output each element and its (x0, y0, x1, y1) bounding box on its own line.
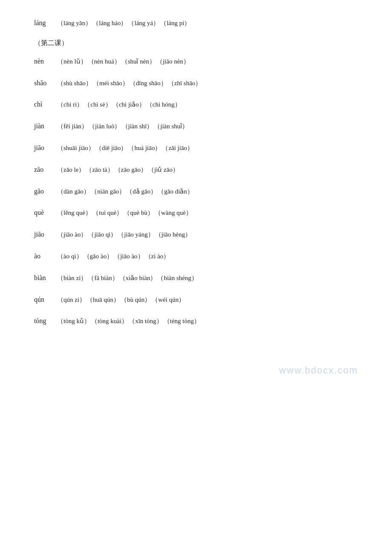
compound-item: （shuǐ nèn） (121, 56, 156, 67)
compound-item: （tòng kǔ） (57, 315, 90, 327)
compound-item: （diē jiāo） (95, 142, 127, 154)
compound-item: （nèn lǔ） (57, 56, 87, 67)
compound-item: （láng pí） (160, 17, 190, 29)
vocab-line: ào（ào qì） （gāo ào） （jiāo ào） （zì ào） (34, 250, 366, 263)
compound-item: （xiǎo biàn） (119, 272, 157, 284)
vocab-line: qún（qún zi） （huā qún） （bù qún） （wéi qún） (34, 294, 366, 306)
compound-item: （jiāo yáng） (118, 229, 154, 240)
compound-item: （dǎ gāo） (126, 186, 157, 197)
compounds-group: （shuāi jiāo） （diē jiāo） （huá jiāo） （zāi … (57, 142, 194, 154)
watermark-text: www.bdocx.com (279, 365, 358, 376)
compounds-group: （jiāo ào） （jiāo qì） （jiāo yáng） （jiāo hè… (57, 229, 192, 240)
compound-item: （shuāi jiāo） (57, 142, 95, 154)
main-word: nèn (34, 55, 55, 68)
vocab-line: jiàn（fēi jiàn） （jiàn luò） （jiàn shī） （ji… (34, 120, 366, 133)
compound-item: （chì jiǎo） (112, 99, 145, 110)
main-word: tòng (34, 315, 55, 327)
compound-item: （wàng què） (155, 207, 192, 219)
compound-item: （chì hóng） (146, 99, 181, 110)
compounds-group: （ào qì） （gāo ào） （jiāo ào） （zì ào） (57, 251, 170, 262)
compound-item: （wéi qún） (152, 294, 185, 306)
vocab-line: chì（chì rì） （chì sè） （chì jiǎo） （chì hón… (34, 98, 366, 111)
compound-item: （dàn gāo） (57, 186, 90, 197)
compound-item: （jiāo hèng） (155, 229, 191, 240)
compound-item: （ào qì） (57, 251, 83, 262)
compound-item: （gāo diǎn） (158, 186, 193, 197)
compound-item: （láng yá） (128, 17, 159, 29)
compound-item: （dīng shāo） (130, 78, 167, 89)
main-content: láng（láng yān） （láng háo） （láng yá） （lán… (34, 17, 366, 327)
compound-item: （zāi jiāo） (162, 142, 193, 154)
compound-item: （jiāo qì） (88, 229, 117, 240)
vocab-line: jiāo（shuāi jiāo） （diē jiāo） （huá jiāo） （… (34, 142, 366, 154)
vocab-line: shāo（shù shāo） （méi shāo） （dīng shāo） （z… (34, 77, 366, 90)
compound-item: （qún zi） (57, 294, 86, 306)
compounds-group: （dàn gāo） （nián gāo） （dǎ gāo） （gāo diǎn） (57, 186, 194, 197)
compounds-group: （láng yān） （láng háo） （láng yá） （láng pí… (57, 17, 191, 29)
main-word: jiāo (34, 228, 55, 241)
compound-item: （bù qún） (121, 294, 151, 306)
compound-item: （jiāo ào） (114, 251, 144, 262)
compound-item: （nèn huá） (88, 56, 121, 67)
main-word: chì (34, 98, 55, 111)
compound-item: （méi shāo） (93, 78, 129, 89)
compound-item: （láng yān） (57, 17, 92, 29)
vocab-line: biàn（biàn zi） （fā biàn） （xiǎo biàn） （bià… (34, 272, 366, 284)
compounds-group: （qún zi） （huā qún） （bù qún） （wéi qún） (57, 294, 186, 306)
compound-item: （jiàn shuǐ） (154, 121, 188, 132)
compound-item: （zāo gāo） (115, 164, 147, 176)
vocab-line: què（lěng què） （tuì què） （què bù） （wàng q… (34, 207, 366, 219)
compound-item: （fā biàn） (88, 272, 118, 284)
compound-item: （tòng kuài） (91, 315, 128, 327)
main-word: biàn (34, 272, 55, 284)
compound-item: （lěng què） (57, 207, 92, 219)
compound-item: （shù shāo） (57, 78, 92, 89)
compounds-group: （tòng kǔ） （tòng kuài） （xīn tòng） （téng t… (57, 315, 201, 327)
vocab-line: jiāo（jiāo ào） （jiāo qì） （jiāo yáng） （jiā… (34, 228, 366, 241)
compounds-group: （fēi jiàn） （jiàn luò） （jiàn shī） （jiàn s… (57, 121, 189, 132)
vocab-line: gāo（dàn gāo） （nián gāo） （dǎ gāo） （gāo di… (34, 185, 366, 198)
main-word: láng (34, 17, 55, 29)
compound-item: （huá jiāo） (128, 142, 161, 154)
main-word: jiàn (34, 120, 55, 133)
compound-item: （láng háo） (92, 17, 127, 29)
compound-item: （jiāo nèn） (156, 56, 190, 67)
compound-item: （huā qún） (86, 294, 120, 306)
compound-item: （jiǔ zāo） (148, 164, 179, 176)
compound-item: （tuì què） (92, 207, 123, 219)
compound-item: （jiàn shī） (122, 121, 153, 132)
main-word: jiāo (34, 142, 55, 154)
compounds-group: （nèn lǔ） （nèn huá） （shuǐ nèn） （jiāo nèn） (57, 56, 190, 67)
compounds-group: （lěng què） （tuì què） （què bù） （wàng què） (57, 207, 193, 219)
main-word: qún (34, 294, 55, 306)
compounds-group: （chì rì） （chì sè） （chì jiǎo） （chì hóng） (57, 99, 182, 110)
compound-item: （zì ào） (145, 251, 170, 262)
compound-item: （xīn tòng） (129, 315, 163, 327)
main-word: què (34, 207, 55, 219)
main-word: gāo (34, 185, 55, 198)
vocab-line: tòng（tòng kǔ） （tòng kuài） （xīn tòng） （té… (34, 315, 366, 327)
vocab-line: láng（láng yān） （láng háo） （láng yá） （lán… (34, 17, 366, 29)
compound-item: （gāo ào） (84, 251, 113, 262)
compounds-group: （zāo le） （zāo tà） （zāo gāo） （jiǔ zāo） (57, 164, 180, 176)
compound-item: （chì rì） (57, 99, 83, 110)
compound-item: （zāo tà） (86, 164, 113, 176)
compound-item: （zāo le） (57, 164, 85, 176)
vocab-line: nèn（nèn lǔ） （nèn huá） （shuǐ nèn） （jiāo n… (34, 55, 366, 68)
section-header: （第二课） (34, 39, 366, 48)
compound-item: （fēi jiàn） (57, 121, 88, 132)
compound-item: （chì sè） (84, 99, 112, 110)
compound-item: （jiāo ào） (57, 229, 87, 240)
compounds-group: （shù shāo） （méi shāo） （dīng shāo） （zhī s… (57, 78, 202, 89)
compound-item: （biàn zi） (57, 272, 87, 284)
compound-item: （què bù） (124, 207, 153, 219)
vocab-line: zāo（zāo le） （zāo tà） （zāo gāo） （jiǔ zāo） (34, 164, 366, 176)
compound-item: （biàn shéng） (157, 272, 198, 284)
main-word: zāo (34, 164, 55, 176)
compound-item: （jiàn luò） (89, 121, 121, 132)
compounds-group: （biàn zi） （fā biàn） （xiǎo biàn） （biàn sh… (57, 272, 199, 284)
main-word: shāo (34, 77, 55, 90)
compound-item: （téng tòng） (164, 315, 200, 327)
compound-item: （zhī shāo） (168, 78, 202, 89)
main-word: ào (34, 250, 55, 263)
